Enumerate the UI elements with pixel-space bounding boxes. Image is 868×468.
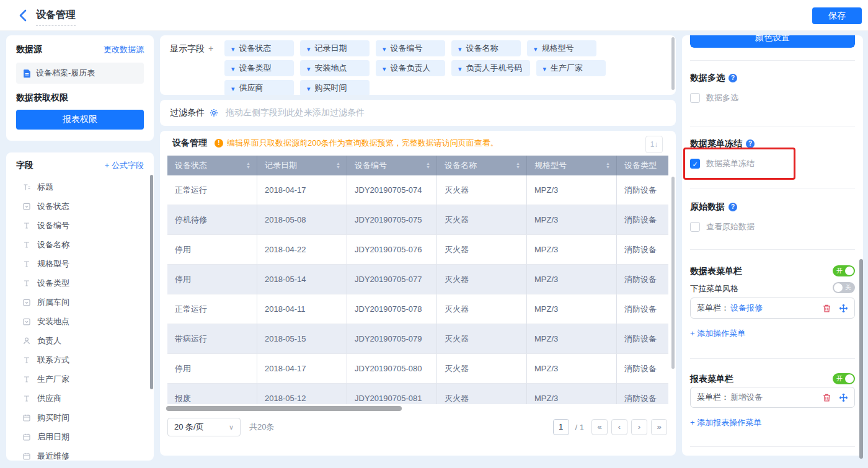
dropdown-caret-icon xyxy=(307,64,311,73)
field-item[interactable]: 标题 xyxy=(16,177,144,196)
display-field-tag[interactable]: 记录日期 xyxy=(300,40,370,56)
display-field-tag[interactable]: 生产厂家 xyxy=(536,60,606,76)
table-row[interactable]: 报废2018-05-12JDY20190705-081灭火器MPZ/3消防设备 xyxy=(167,384,668,404)
field-item[interactable]: 设备类型 xyxy=(16,273,144,293)
field-item[interactable]: 负责人 xyxy=(16,331,144,350)
text-field-icon xyxy=(22,241,31,249)
display-field-tag[interactable]: 负责人手机号码 xyxy=(451,60,530,76)
report-permission-button[interactable]: 报表权限 xyxy=(16,110,144,130)
datasource-item[interactable]: 设备档案-履历表 xyxy=(16,63,144,84)
datasource-panel: 数据源 更改数据源 设备档案-履历表 数据获取权限 报表权限 xyxy=(6,35,154,141)
formula-field-link[interactable]: + 公式字段 xyxy=(105,160,144,171)
field-item[interactable]: 购买时间 xyxy=(16,408,144,427)
display-field-tag[interactable]: 设备类型 xyxy=(224,60,294,76)
menu-freeze-checkbox-row[interactable]: ✓ 数据菜单冻结 xyxy=(690,158,755,169)
settings-scrollbar[interactable] xyxy=(859,259,863,459)
display-field-tag[interactable]: 设备状态 xyxy=(224,40,294,56)
field-item[interactable]: 所属车间 xyxy=(16,293,144,312)
save-button[interactable]: 保存 xyxy=(812,7,862,24)
field-item[interactable]: 供应商 xyxy=(16,389,144,408)
multi-select-checkbox-row[interactable]: 数据多选 xyxy=(690,92,738,104)
field-item[interactable]: 安装地点 xyxy=(16,312,144,331)
table-row[interactable]: 停机待修2018-05-08JDY20190705-075灭火器MPZ/3消防设… xyxy=(167,205,668,235)
sort-carets-icon[interactable] xyxy=(426,162,430,169)
column-header[interactable]: 设备编号 xyxy=(347,156,437,175)
column-header[interactable]: 记录日期 xyxy=(257,156,347,175)
display-field-tag[interactable]: 安装地点 xyxy=(300,60,370,76)
display-field-tag[interactable]: 购买时间 xyxy=(300,80,370,95)
field-item[interactable]: 启用日期 xyxy=(16,427,144,446)
sort-carets-icon[interactable] xyxy=(516,162,520,169)
column-header[interactable]: 设备名称 xyxy=(437,156,527,175)
table-row[interactable]: 停用2018-04-17JDY20190705-080灭火器MPZ/3消防设备 xyxy=(167,354,668,384)
table-row[interactable]: 停用2018-04-22JDY20190705-076灭火器MPZ/3消防设备 xyxy=(167,235,668,265)
display-field-tag[interactable]: 设备编号 xyxy=(376,40,445,56)
display-field-tag[interactable]: 规格型号 xyxy=(527,40,596,56)
table-row[interactable]: 带病运行2018-05-15JDY20190705-079灭火器MPZ/3消防设… xyxy=(167,324,668,354)
display-field-tag[interactable]: 设备名称 xyxy=(451,40,521,56)
table-menu-item[interactable]: 菜单栏： 设备报修 xyxy=(690,298,855,319)
divider xyxy=(690,126,855,126)
display-field-tag[interactable]: 设备负责人 xyxy=(376,60,445,76)
current-page-input[interactable]: 1 xyxy=(553,419,569,435)
add-report-action-menu-link[interactable]: + 添加报表操作菜单 xyxy=(690,417,761,428)
divider xyxy=(690,249,855,250)
table-vertical-scrollbar[interactable] xyxy=(671,177,675,369)
field-item[interactable]: 规格型号 xyxy=(16,254,144,273)
numeric-sort-icon[interactable]: 1↓ xyxy=(645,136,663,153)
field-item[interactable]: 设备状态 xyxy=(16,196,144,216)
table-title: 设备管理 xyxy=(172,138,207,149)
menu-item-name-link[interactable]: 设备报修 xyxy=(730,302,763,314)
display-fields-scrollbar[interactable] xyxy=(671,37,675,90)
move-drag-icon[interactable] xyxy=(839,304,848,313)
fields-title: 字段 xyxy=(16,160,33,171)
sort-carets-icon[interactable] xyxy=(336,162,340,169)
add-action-menu-link[interactable]: + 添加操作菜单 xyxy=(690,328,745,339)
display-field-tag[interactable]: 供应商 xyxy=(224,80,294,95)
help-question-icon[interactable]: ? xyxy=(746,139,755,148)
column-header[interactable]: 设备状态 xyxy=(167,156,257,175)
table-preview-panel: 设备管理 ! 编辑界面只取数据源前200条作为查询数据预览，完整数据请访问页面查… xyxy=(160,131,676,456)
next-page-button[interactable]: › xyxy=(631,419,647,435)
delete-trash-icon[interactable] xyxy=(822,393,831,402)
sort-carets-icon[interactable] xyxy=(246,162,250,169)
field-item[interactable]: 最近维修 xyxy=(16,446,144,461)
table-horizontal-scrollbar[interactable] xyxy=(166,406,402,411)
back-icon[interactable] xyxy=(16,8,31,23)
raw-data-checkbox-row[interactable]: 查看原始数据 xyxy=(690,221,755,232)
column-header[interactable]: 设备类型 xyxy=(617,156,668,175)
checkbox-unchecked[interactable] xyxy=(690,222,700,232)
filter-settings-gear-icon[interactable] xyxy=(210,108,218,117)
field-item[interactable]: 生产厂家 xyxy=(16,369,144,389)
fields-scrollbar[interactable] xyxy=(150,175,153,389)
change-datasource-link[interactable]: 更改数据源 xyxy=(104,44,144,55)
checkbox-unchecked[interactable] xyxy=(690,93,700,103)
move-drag-icon[interactable] xyxy=(839,393,848,402)
table-row[interactable]: 停用2018-05-14JDY20190705-077灭火器MPZ/3消防设备 xyxy=(167,265,668,294)
help-question-icon[interactable]: ? xyxy=(728,203,737,211)
page-size-select[interactable]: 20 条/页 ∨ xyxy=(167,418,241,436)
prev-page-button[interactable]: ‹ xyxy=(611,419,627,435)
field-item[interactable]: 设备编号 xyxy=(16,216,144,235)
sort-carets-icon[interactable] xyxy=(606,162,610,169)
dropdown-style-toggle-off[interactable]: 关 xyxy=(833,282,855,293)
table-row[interactable]: 正常运行2018-04-17JDY20190705-074灭火器MPZ/3消防设… xyxy=(167,175,668,205)
text-field-icon xyxy=(22,279,31,288)
color-settings-button[interactable]: 颜色设置 xyxy=(690,35,855,48)
report-menu-toggle-on[interactable]: 开 xyxy=(833,373,855,384)
help-question-icon[interactable]: ? xyxy=(728,74,737,82)
data-table: 设备状态 记录日期 设备编号 设备名称 规格型号 设备类型 正常运行2018-0… xyxy=(167,156,668,404)
dropdown-caret-icon xyxy=(383,64,386,73)
table-menu-toggle-on[interactable]: 开 xyxy=(833,265,855,276)
delete-trash-icon[interactable] xyxy=(822,304,831,313)
column-header[interactable]: 规格型号 xyxy=(527,156,617,175)
first-page-button[interactable]: « xyxy=(591,419,608,435)
report-menu-title: 报表菜单栏 xyxy=(690,374,733,385)
table-row[interactable]: 正常运行2018-04-11JDY20190705-078灭火器MPZ/3消防设… xyxy=(167,294,668,324)
field-item[interactable]: 联系方式 xyxy=(16,350,144,369)
report-menu-item[interactable]: 菜单栏： 新增设备 xyxy=(690,387,855,408)
checkbox-checked[interactable]: ✓ xyxy=(690,159,700,169)
last-page-button[interactable]: » xyxy=(651,419,667,435)
field-item[interactable]: 设备名称 xyxy=(16,235,144,254)
add-display-field-button[interactable]: + xyxy=(208,43,213,53)
